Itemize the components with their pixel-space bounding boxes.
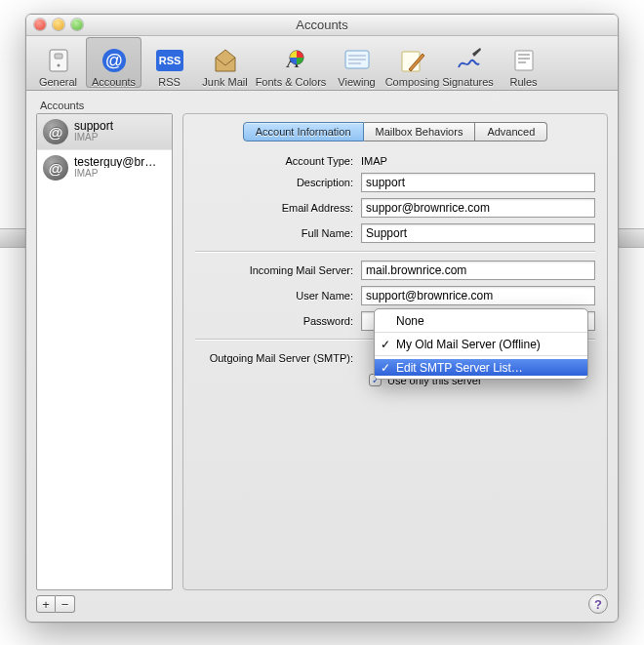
detail-tabs: Account Information Mailbox Behaviors Ad… — [195, 122, 595, 141]
toolbar-label: Junk Mail — [202, 76, 247, 88]
incoming-server-field[interactable] — [361, 261, 595, 280]
svg-rect-1 — [55, 54, 62, 59]
menu-item-label: Edit SMTP Server List… — [396, 361, 523, 375]
toolbar-label: Fonts & Colors — [256, 76, 327, 88]
account-type: IMAP — [74, 132, 113, 143]
svg-text:@: @ — [104, 51, 122, 70]
svg-rect-16 — [518, 58, 530, 60]
accounts-sidebar: @ support IMAP @ testerguy@br… IMAP — [36, 113, 173, 590]
smtp-menu-item-old-server[interactable]: ✓ My Old Mail Server (Offline) — [375, 336, 587, 352]
incoming-server-label: Incoming Mail Server: — [195, 264, 361, 276]
account-detail-pane: Account Information Mailbox Behaviors Ad… — [182, 113, 608, 590]
check-icon: ✓ — [381, 338, 390, 351]
switch-icon — [46, 48, 71, 73]
junk-icon — [212, 48, 239, 73]
toolbar-label: Accounts — [92, 76, 136, 88]
minus-icon: − — [61, 597, 69, 612]
fonts-icon: A — [277, 48, 304, 73]
divider — [195, 251, 595, 253]
toolbar-label: Viewing — [338, 76, 375, 88]
tab-account-information[interactable]: Account Information — [243, 122, 364, 141]
accounts-list[interactable]: @ support IMAP @ testerguy@br… IMAP — [37, 114, 172, 589]
help-button[interactable]: ? — [588, 594, 608, 614]
rules-icon — [511, 48, 537, 73]
toolbar-label: General — [39, 76, 77, 88]
content-area: Accounts @ support IMAP @ — [26, 92, 618, 622]
account-row[interactable]: @ support IMAP — [37, 114, 172, 150]
toolbar-viewing[interactable]: Viewing — [329, 37, 384, 88]
toolbar-fonts-colors[interactable]: A Fonts & Colors — [253, 37, 329, 88]
toolbar-composing[interactable]: Composing — [384, 37, 440, 88]
preferences-window: Accounts General @ Accounts RSS RSS — [25, 14, 619, 623]
full-name-field[interactable] — [361, 223, 595, 243]
window-titlebar[interactable]: Accounts — [26, 15, 618, 36]
description-field[interactable] — [361, 173, 595, 192]
plus-icon: + — [42, 597, 50, 612]
toolbar-label: Signatures — [442, 76, 494, 88]
toolbar-general[interactable]: General — [30, 37, 86, 88]
at-icon: @ — [43, 155, 68, 181]
email-address-field[interactable] — [361, 198, 595, 218]
check-icon: ✓ — [381, 361, 390, 375]
add-account-button[interactable]: + — [36, 595, 56, 613]
outgoing-server-label: Outgoing Mail Server (SMTP): — [195, 352, 361, 364]
description-label: Description: — [195, 177, 361, 188]
smtp-server-menu[interactable]: None ✓ My Old Mail Server (Offline) ✓ Ed… — [374, 308, 588, 380]
window-controls — [34, 19, 83, 30]
toolbar-rules[interactable]: Rules — [496, 37, 551, 88]
menu-item-label: My Old Mail Server (Offline) — [396, 338, 541, 351]
password-label: Password: — [195, 315, 361, 327]
toolbar-signatures[interactable]: Signatures — [440, 37, 496, 88]
email-address-label: Email Address: — [195, 202, 361, 214]
composing-icon — [399, 48, 426, 73]
at-icon: @ — [43, 119, 68, 144]
toolbar-junk-mail[interactable]: Junk Mail — [197, 37, 253, 88]
remove-account-button[interactable]: − — [56, 595, 75, 613]
account-type-label: Account Type: — [195, 155, 361, 167]
toolbar-rss[interactable]: RSS RSS — [141, 37, 197, 88]
account-type-value: IMAP — [361, 155, 387, 167]
help-icon: ? — [594, 597, 602, 612]
account-name: support — [74, 120, 113, 132]
full-name-label: Full Name: — [195, 227, 361, 239]
toolbar-accounts[interactable]: @ Accounts — [86, 37, 141, 88]
minimize-icon[interactable] — [53, 19, 64, 30]
signatures-icon — [455, 48, 482, 73]
rss-icon: RSS — [156, 50, 183, 71]
svg-text:RSS: RSS — [158, 55, 181, 66]
at-icon: @ — [101, 47, 128, 74]
account-name: testerguy@br… — [74, 156, 156, 168]
accounts-list-label: Accounts — [40, 100, 608, 111]
menu-separator — [375, 332, 587, 333]
menu-item-label: None — [396, 314, 424, 328]
window-title: Accounts — [296, 18, 347, 32]
toolbar-label: RSS — [158, 76, 181, 88]
bottom-bar: + − ? — [36, 594, 608, 614]
tab-mailbox-behaviors[interactable]: Mailbox Behaviors — [364, 122, 476, 141]
user-name-label: User Name: — [195, 290, 361, 302]
smtp-menu-item-none[interactable]: None — [375, 312, 587, 329]
preferences-toolbar: General @ Accounts RSS RSS Junk Mail — [26, 36, 618, 91]
toolbar-label: Rules — [509, 76, 537, 88]
account-row[interactable]: @ testerguy@br… IMAP — [37, 150, 172, 186]
user-name-field[interactable] — [361, 286, 595, 305]
close-icon[interactable] — [34, 19, 46, 30]
zoom-icon[interactable] — [71, 19, 83, 30]
svg-rect-15 — [518, 54, 530, 56]
viewing-icon — [343, 49, 371, 72]
account-type: IMAP — [74, 168, 156, 180]
toolbar-label: Composing — [385, 76, 440, 88]
tab-advanced[interactable]: Advanced — [475, 122, 547, 141]
svg-rect-17 — [518, 61, 526, 63]
smtp-menu-item-edit-list[interactable]: ✓ Edit SMTP Server List… — [375, 359, 587, 376]
svg-point-2 — [57, 64, 60, 67]
svg-rect-0 — [50, 50, 67, 71]
menu-separator — [375, 355, 587, 356]
